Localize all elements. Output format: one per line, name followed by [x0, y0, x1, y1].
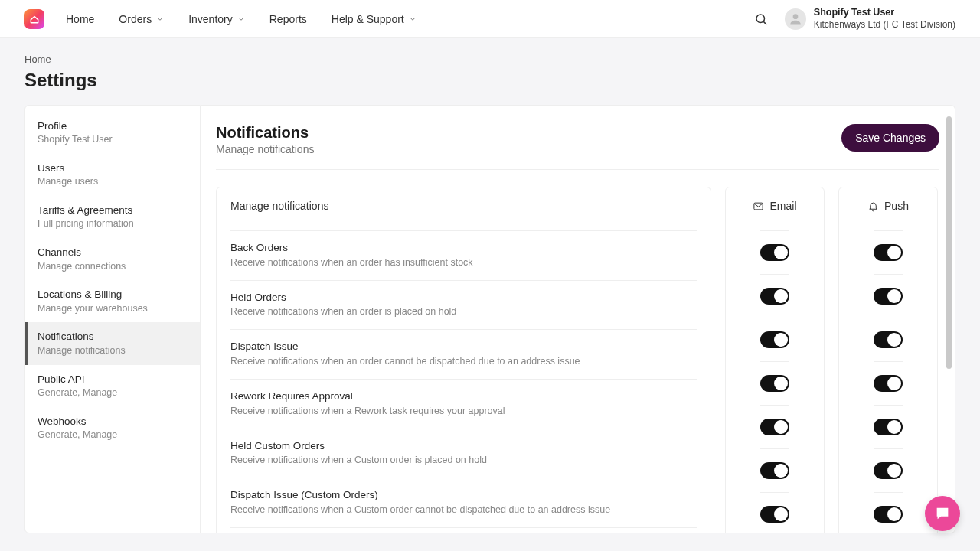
- sidebar-item-title: Profile: [38, 119, 188, 133]
- bell-icon: [867, 201, 879, 212]
- toggle-push[interactable]: [874, 419, 903, 435]
- toggle-row: [760, 274, 789, 318]
- notification-desc: Receive notifications when an order has …: [230, 256, 697, 269]
- toggle-push[interactable]: [874, 462, 903, 479]
- sidebar-item-title: Channels: [38, 246, 188, 259]
- section-title: Notifications: [216, 124, 314, 142]
- toggle-push[interactable]: [874, 244, 903, 261]
- notification-row: Held Custom OrdersReceive notifications …: [230, 429, 697, 478]
- sidebar-item-title: Tariffs & Agreements: [38, 204, 188, 217]
- sidebar-item-title: Notifications: [38, 330, 188, 344]
- notification-row: Held OrdersReceive notifications when an…: [230, 280, 697, 330]
- toggle-row: [874, 361, 903, 405]
- brand-logo[interactable]: [24, 9, 44, 29]
- breadcrumb[interactable]: Home: [24, 54, 956, 65]
- avatar: [785, 8, 806, 30]
- notification-row: Dispatch Issue (Custom Orders)Receive no…: [230, 478, 697, 527]
- sidebar-item-title: Public API: [38, 373, 188, 386]
- toggle-row: [760, 492, 789, 533]
- top-navbar: HomeOrdersInventoryReportsHelp & Support…: [0, 0, 980, 38]
- notification-row: Rework Requires ApprovalReceive notifica…: [230, 379, 697, 429]
- toggle-push[interactable]: [874, 288, 903, 305]
- mail-icon: [753, 201, 764, 212]
- sidebar-item-sub: Generate, Manage: [38, 429, 188, 442]
- sidebar-item-sub: Shopify Test User: [38, 133, 188, 146]
- search-button[interactable]: [754, 12, 768, 26]
- settings-main: Notifications Manage notifications Save …: [201, 105, 956, 533]
- sidebar-item-sub: Generate, Manage: [38, 386, 188, 399]
- channel-push-label: Push: [884, 200, 909, 212]
- svg-line-1: [763, 21, 766, 24]
- user-name: Shopify Test User: [814, 7, 956, 19]
- toggle-row: [874, 405, 903, 448]
- svg-point-2: [792, 14, 798, 19]
- toggle-email[interactable]: [760, 419, 789, 435]
- notification-row: Dispatch IssueReceive notifications when…: [230, 329, 697, 379]
- nav-item-orders[interactable]: Orders: [119, 13, 164, 25]
- toggle-email[interactable]: [760, 462, 789, 479]
- notification-row: Carrier IssueReceive notifications when …: [230, 527, 697, 533]
- sidebar-item-webhooks[interactable]: WebhooksGenerate, Manage: [25, 407, 200, 449]
- sidebar-item-public-api[interactable]: Public APIGenerate, Manage: [25, 365, 200, 407]
- toggle-push[interactable]: [874, 331, 903, 348]
- notification-title: Held Orders: [230, 290, 697, 305]
- sidebar-item-profile[interactable]: ProfileShopify Test User: [25, 112, 200, 154]
- sidebar-item-sub: Manage users: [38, 175, 188, 188]
- notification-desc: Receive notifications when a Custom orde…: [230, 453, 697, 467]
- notification-list-header: Manage notifications: [230, 200, 697, 230]
- sidebar-item-notifications[interactable]: NotificationsManage notifications: [25, 322, 200, 364]
- sidebar-item-sub: Full pricing information: [38, 217, 188, 230]
- user-menu[interactable]: Shopify Test User Kitchenways Ltd (FC Te…: [785, 7, 956, 31]
- nav-item-label: Orders: [119, 13, 152, 25]
- toggle-email[interactable]: [760, 331, 789, 348]
- section-subtitle: Manage notifications: [216, 143, 314, 155]
- toggle-row: [760, 405, 789, 448]
- notification-title: Dispatch Issue: [230, 339, 697, 354]
- user-icon: [788, 11, 803, 27]
- nav-item-label: Inventory: [188, 13, 233, 25]
- toggle-email[interactable]: [760, 288, 789, 305]
- toggle-row: [874, 230, 903, 274]
- toggle-email[interactable]: [760, 244, 789, 261]
- notification-title: Back Orders: [230, 240, 697, 256]
- chevron-down-icon: [156, 15, 164, 23]
- toggle-email[interactable]: [760, 506, 789, 523]
- notification-desc: Receive notifications when a Rework task…: [230, 404, 697, 418]
- notification-title: Rework Requires Approval: [230, 389, 697, 404]
- chevron-down-icon: [237, 15, 245, 23]
- user-org: Kitchenways Ltd (FC Test Division): [814, 19, 956, 31]
- sidebar-item-title: Locations & Billing: [38, 288, 188, 302]
- channel-email-label: Email: [769, 200, 796, 212]
- nav-item-inventory[interactable]: Inventory: [188, 13, 245, 25]
- toggle-push[interactable]: [874, 506, 903, 523]
- nav-item-reports[interactable]: Reports: [270, 13, 307, 25]
- sidebar-item-sub: Manage your warehouses: [38, 302, 188, 315]
- save-button[interactable]: Save Changes: [841, 124, 939, 152]
- sidebar-item-title: Webhooks: [38, 415, 188, 429]
- toggle-row: [760, 318, 789, 361]
- notification-title: Dispatch Issue (Custom Orders): [230, 487, 697, 503]
- toggle-row: [874, 274, 903, 318]
- nav-item-label: Help & Support: [332, 13, 404, 25]
- chevron-down-icon: [409, 15, 416, 23]
- nav-item-help-support[interactable]: Help & Support: [332, 13, 416, 25]
- sidebar-item-channels[interactable]: ChannelsManage connections: [25, 238, 200, 280]
- toggle-row: [760, 361, 789, 405]
- channel-push-column: Push: [838, 187, 938, 533]
- toggle-row: [874, 448, 903, 492]
- sidebar-item-tariffs-agreements[interactable]: Tariffs & AgreementsFull pricing informa…: [25, 196, 200, 238]
- notification-desc: Receive notifications when a Custom orde…: [230, 503, 697, 517]
- sidebar-item-sub: Manage notifications: [38, 344, 188, 357]
- chat-fab[interactable]: [925, 496, 960, 531]
- nav-item-home[interactable]: Home: [66, 13, 94, 25]
- chat-icon: [934, 505, 951, 522]
- toggle-email[interactable]: [760, 375, 789, 392]
- toggle-push[interactable]: [874, 375, 903, 392]
- notification-title: Held Custom Orders: [230, 439, 697, 454]
- page-title: Settings: [24, 70, 956, 91]
- notification-desc: Receive notifications when an order is p…: [230, 305, 697, 318]
- sidebar-item-users[interactable]: UsersManage users: [25, 154, 200, 196]
- sidebar-item-locations-billing[interactable]: Locations & BillingManage your warehouse…: [25, 280, 200, 322]
- notification-list: Manage notifications Back OrdersReceive …: [216, 187, 711, 533]
- toggle-row: [760, 230, 789, 274]
